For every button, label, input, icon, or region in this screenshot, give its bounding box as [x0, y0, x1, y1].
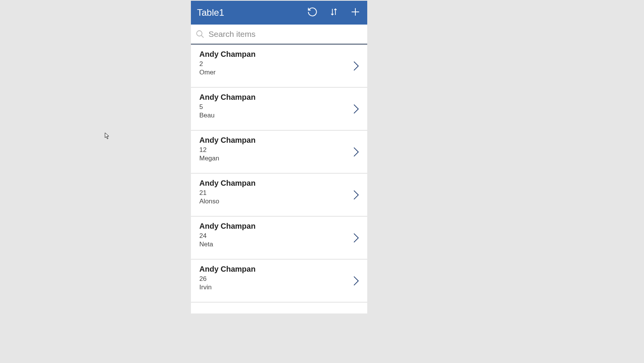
page-title: Table1 [197, 7, 224, 18]
list-item-number: 24 [199, 232, 359, 240]
list-item[interactable]: Andy Champan12Megan [191, 130, 367, 173]
sort-button[interactable] [328, 7, 340, 18]
svg-point-4 [197, 31, 202, 36]
list-item-number: 26 [199, 275, 359, 283]
app-container: Table1 [191, 1, 367, 314]
chevron-right-icon [352, 189, 360, 201]
list-item-title: Andy Champan [199, 50, 359, 59]
search-bar [191, 25, 367, 45]
chevron-right-icon [352, 103, 360, 115]
list-item-subtitle: Alonso [199, 198, 359, 205]
list-item-number: 21 [199, 189, 359, 197]
chevron-right-icon [352, 60, 360, 72]
mouse-cursor [105, 132, 110, 139]
list-item-title: Andy Champan [199, 222, 359, 231]
list-item[interactable]: Andy Champan2Omer [191, 45, 367, 87]
list-item-subtitle: Megan [199, 155, 359, 162]
list-item-title: Andy Champan [199, 136, 359, 145]
sort-icon [329, 7, 338, 19]
header-bar: Table1 [191, 1, 367, 25]
list-item[interactable]: Andy Champan26Irvin [191, 259, 367, 302]
list-item-title: Andy Champan [199, 93, 359, 102]
list-item-title: Andy Champan [199, 179, 359, 188]
list-item[interactable]: Andy Champan5Beau [191, 87, 367, 130]
list-item[interactable]: Andy Champan24Neta [191, 216, 367, 259]
refresh-button[interactable] [307, 7, 318, 18]
add-button[interactable] [350, 7, 361, 18]
header-actions [307, 7, 361, 18]
list-item-number: 12 [199, 146, 359, 154]
list-item[interactable]: Andy Champan21Alonso [191, 173, 367, 216]
chevron-right-icon [352, 146, 360, 158]
svg-line-5 [201, 35, 204, 38]
list-item-subtitle: Irvin [199, 284, 359, 291]
search-icon [195, 29, 205, 40]
plus-icon [350, 7, 360, 18]
search-input[interactable] [209, 30, 363, 39]
list-item-title: Andy Champan [199, 265, 359, 274]
list-item-subtitle: Beau [199, 112, 359, 119]
items-list[interactable]: Andy Champan2OmerAndy Champan5BeauAndy C… [191, 45, 367, 314]
list-item-subtitle: Omer [199, 69, 359, 76]
list-item-subtitle: Neta [199, 241, 359, 248]
list-item-number: 5 [199, 103, 359, 111]
chevron-right-icon [352, 275, 360, 287]
refresh-icon [307, 7, 318, 19]
chevron-right-icon [352, 232, 360, 244]
list-item-number: 2 [199, 60, 359, 68]
